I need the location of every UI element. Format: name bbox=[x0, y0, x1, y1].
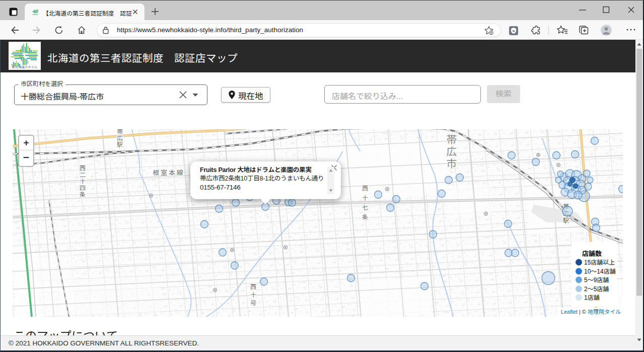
svg-text:条: 条 bbox=[362, 212, 368, 221]
svg-text:新北海道スタイル: 新北海道スタイル bbox=[12, 65, 37, 69]
svg-text:七: 七 bbox=[362, 203, 368, 211]
svg-text:号: 号 bbox=[250, 298, 256, 307]
svg-text:根室本線: 根室本線 bbox=[153, 167, 185, 177]
svg-text:駅: 駅 bbox=[117, 140, 123, 148]
svg-text:市: 市 bbox=[447, 155, 457, 170]
svg-text:駅: 駅 bbox=[563, 216, 569, 224]
svg-text:十: 十 bbox=[250, 290, 256, 299]
svg-text:十: 十 bbox=[362, 193, 368, 202]
svg-text:西: 西 bbox=[250, 282, 256, 291]
svg-text:条: 条 bbox=[80, 190, 86, 198]
svg-text:西: 西 bbox=[362, 184, 368, 192]
